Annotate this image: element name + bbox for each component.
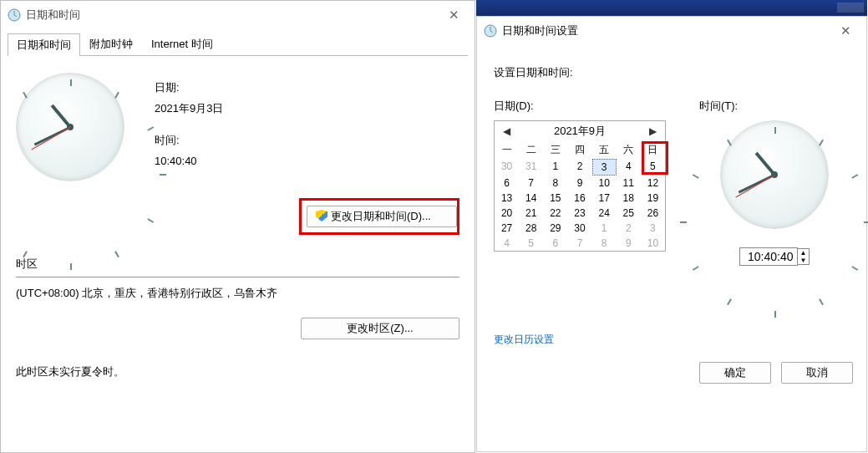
analog-clock-main bbox=[16, 73, 124, 181]
settings-window-title: 日期和时间设置 bbox=[502, 23, 578, 38]
datetime-settings-icon bbox=[484, 24, 497, 38]
analog-clock-settings bbox=[720, 120, 829, 229]
titlebar-main: 日期和时间 ✕ bbox=[1, 1, 475, 29]
time-label: 时间: bbox=[155, 130, 223, 151]
calendar-day[interactable]: 19 bbox=[641, 191, 665, 206]
calendar-day[interactable]: 9 bbox=[617, 236, 641, 251]
calendar-day[interactable]: 5 bbox=[641, 159, 665, 176]
calendar-day[interactable]: 6 bbox=[543, 236, 567, 251]
calendar-day[interactable]: 16 bbox=[567, 191, 591, 206]
calendar-next-month[interactable]: ▶ bbox=[646, 125, 660, 137]
time-value: 10:40:40 bbox=[155, 151, 223, 172]
calendar-dow: 日 bbox=[641, 141, 665, 159]
calendar-day[interactable]: 22 bbox=[543, 206, 567, 221]
tab-bar: 日期和时间 附加时钟 Internet 时间 bbox=[8, 33, 468, 56]
calendar-day[interactable]: 7 bbox=[567, 236, 591, 251]
calendar-day[interactable]: 10 bbox=[592, 176, 617, 191]
datetime-app-icon bbox=[8, 8, 21, 22]
calendar-day[interactable]: 8 bbox=[592, 236, 617, 251]
change-calendar-settings-link[interactable]: 更改日历设置 bbox=[494, 333, 554, 345]
calendar-day[interactable]: 2 bbox=[567, 159, 591, 176]
close-button-settings[interactable]: ✕ bbox=[832, 20, 860, 42]
calendar-day[interactable]: 23 bbox=[567, 206, 591, 221]
divider bbox=[16, 277, 459, 277]
calendar-day[interactable]: 31 bbox=[519, 159, 543, 176]
ok-button[interactable]: 确定 bbox=[699, 362, 771, 384]
calendar-day[interactable]: 3 bbox=[592, 159, 617, 176]
calendar-dow: 一 bbox=[495, 141, 519, 159]
time-spin-up[interactable]: ▲ bbox=[798, 249, 810, 257]
calendar-day[interactable]: 6 bbox=[495, 176, 519, 191]
calendar-day[interactable]: 21 bbox=[519, 206, 543, 221]
calendar-day[interactable]: 1 bbox=[592, 221, 617, 236]
highlight-change-datetime: 更改日期和时间(D)... bbox=[299, 198, 459, 235]
calendar-day[interactable]: 3 bbox=[641, 221, 665, 236]
calendar-day[interactable]: 27 bbox=[495, 221, 519, 236]
timezone-section-label: 时区 bbox=[16, 257, 38, 270]
calendar-day[interactable]: 12 bbox=[641, 176, 665, 191]
timezone-value: (UTC+08:00) 北京，重庆，香港特别行政区，乌鲁木齐 bbox=[16, 286, 459, 301]
calendar-month-title[interactable]: 2021年9月 bbox=[554, 124, 606, 139]
calendar-day[interactable]: 24 bbox=[592, 206, 617, 221]
calendar-day[interactable]: 29 bbox=[543, 221, 567, 236]
calendar-day[interactable]: 4 bbox=[617, 159, 641, 176]
calendar-day[interactable]: 28 bbox=[519, 221, 543, 236]
calendar-day[interactable]: 9 bbox=[567, 176, 591, 191]
time-input[interactable] bbox=[739, 247, 798, 266]
date-time-settings-dialog: 日期和时间设置 ✕ 设置日期和时间: 日期(D): ◀ 2021年9月 ▶ 一二… bbox=[476, 16, 867, 452]
calendar-dow: 六 bbox=[617, 141, 641, 159]
titlebar-settings: 日期和时间设置 ✕ bbox=[477, 17, 866, 45]
date-time-window: 日期和时间 ✕ 日期和时间 附加时钟 Internet 时间 日期: 2021年… bbox=[0, 0, 475, 453]
calendar-prev-month[interactable]: ◀ bbox=[500, 125, 514, 137]
date-label: 日期: bbox=[155, 78, 223, 99]
desktop-background-strip bbox=[476, 0, 867, 16]
calendar-day[interactable]: 20 bbox=[495, 206, 519, 221]
calendar-dow: 四 bbox=[567, 141, 591, 159]
time-field-label: 时间(T): bbox=[699, 99, 850, 114]
calendar-day[interactable]: 13 bbox=[495, 191, 519, 206]
change-timezone-button[interactable]: 更改时区(Z)... bbox=[301, 318, 459, 339]
date-value: 2021年9月3日 bbox=[155, 99, 223, 120]
calendar-day[interactable]: 17 bbox=[592, 191, 617, 206]
calendar-dow: 五 bbox=[592, 141, 617, 159]
calendar-day[interactable]: 5 bbox=[519, 236, 543, 251]
cancel-button[interactable]: 取消 bbox=[781, 362, 853, 384]
calendar-day[interactable]: 14 bbox=[519, 191, 543, 206]
calendar-day[interactable]: 7 bbox=[519, 176, 543, 191]
date-field-label: 日期(D): bbox=[494, 99, 666, 114]
dst-note: 此时区未实行夏令时。 bbox=[16, 364, 459, 379]
change-datetime-label: 更改日期和时间(D)... bbox=[331, 210, 431, 222]
close-button-main[interactable]: ✕ bbox=[440, 4, 468, 26]
settings-heading: 设置日期和时间: bbox=[494, 65, 850, 80]
calendar-day[interactable]: 4 bbox=[495, 236, 519, 251]
uac-shield-icon bbox=[316, 210, 327, 221]
calendar-day[interactable]: 15 bbox=[543, 191, 567, 206]
calendar-dow: 二 bbox=[519, 141, 543, 159]
calendar-day[interactable]: 25 bbox=[617, 206, 641, 221]
window-title: 日期和时间 bbox=[26, 8, 80, 23]
calendar-day[interactable]: 2 bbox=[617, 221, 641, 236]
change-datetime-button[interactable]: 更改日期和时间(D)... bbox=[307, 206, 457, 227]
calendar-day[interactable]: 8 bbox=[543, 176, 567, 191]
calendar: ◀ 2021年9月 ▶ 一二三四五六日 30311234567891011121… bbox=[494, 120, 666, 252]
calendar-dow: 三 bbox=[543, 141, 567, 159]
calendar-day[interactable]: 30 bbox=[495, 159, 519, 176]
calendar-day[interactable]: 30 bbox=[567, 221, 591, 236]
tab-internet-time[interactable]: Internet 时间 bbox=[142, 33, 222, 55]
tab-datetime[interactable]: 日期和时间 bbox=[8, 33, 80, 56]
calendar-day[interactable]: 18 bbox=[617, 191, 641, 206]
tab-additional-clocks[interactable]: 附加时钟 bbox=[80, 33, 142, 55]
time-spin-down[interactable]: ▼ bbox=[798, 257, 810, 264]
calendar-day[interactable]: 26 bbox=[641, 206, 665, 221]
calendar-day[interactable]: 1 bbox=[543, 159, 567, 176]
calendar-day[interactable]: 10 bbox=[641, 236, 665, 251]
calendar-day[interactable]: 11 bbox=[617, 176, 641, 191]
